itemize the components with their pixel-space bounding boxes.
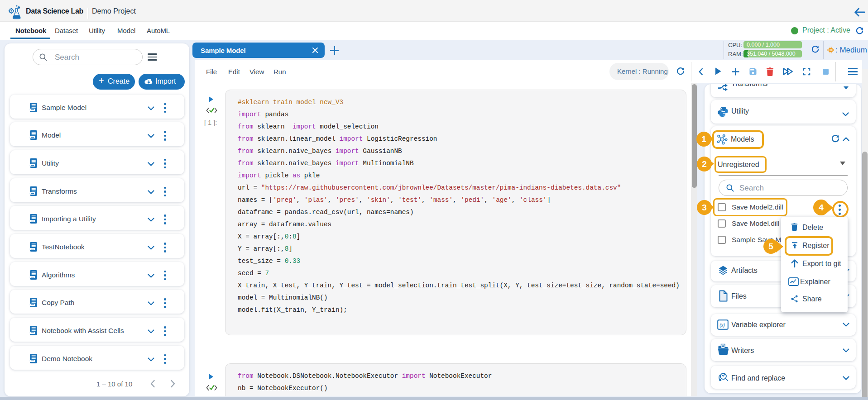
svg-text:(x): (x) [719,323,725,328]
